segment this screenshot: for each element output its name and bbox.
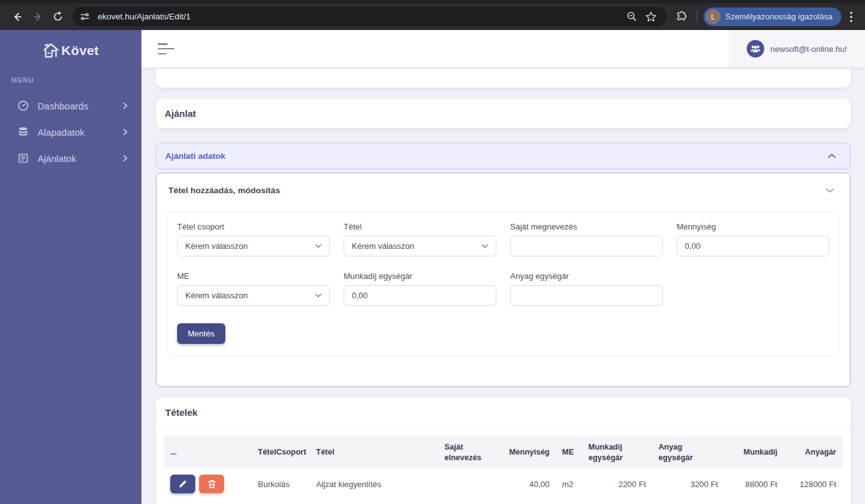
cell-tetel: Aljzat kiegyenlítés <box>310 469 438 499</box>
page-title: Ajánlat <box>165 108 196 119</box>
cell-munkadij-egysegar: 2200 Ft <box>582 469 652 499</box>
accordion-header-ajanlati-adatok[interactable]: Ajánlati adatok <box>156 143 851 169</box>
col-anyag-egysegar: Anyag egységár <box>652 436 724 469</box>
extensions-icon[interactable] <box>672 8 693 26</box>
site-info-icon[interactable] <box>76 9 93 25</box>
pencil-icon <box>178 480 187 488</box>
chevron-right-icon <box>123 128 128 136</box>
chevron-up-icon <box>827 153 841 159</box>
sidebar-item-ajanlatok[interactable]: Ajánlatok <box>0 145 141 171</box>
database-icon <box>18 126 29 138</box>
field-label-anyag-egysegar: Anyag egységár <box>510 271 663 281</box>
item-form: Tétel csoport Kérem válasszon Tétel Kére… <box>167 211 839 356</box>
document-list-icon <box>18 153 29 164</box>
field-label-munkadij-egysegar: Munkadíj egységár <box>344 271 496 281</box>
field-label-tetel-csoport: Tétel csoport <box>177 222 330 231</box>
col-mennyiseg: Mennyiség <box>498 436 556 469</box>
cell-me: m2 <box>556 469 582 499</box>
back-icon[interactable] <box>8 7 28 27</box>
chevron-down-icon[interactable] <box>826 188 839 193</box>
chevron-down-icon <box>481 244 488 248</box>
scrolled-card-edge <box>156 69 851 88</box>
profile-avatar: L <box>706 9 720 24</box>
refresh-icon[interactable] <box>48 7 68 27</box>
me-select[interactable]: Kérem válasszon <box>177 285 330 306</box>
cell-sajat-elnevezes <box>438 469 498 499</box>
field-label-me: ME <box>177 271 330 281</box>
table-header-row: ... TételCsoport Tétel Saját elnevezés M… <box>164 436 842 469</box>
page-content: Ajánlat Ajánlati adatok Tétel hozzáadás,… <box>141 68 865 504</box>
app-header: newsoft@t-online.hu! <box>141 30 865 68</box>
cell-anyagar: 128000 Ft <box>784 469 842 499</box>
sidebar-item-dashboards[interactable]: Dashboards <box>0 93 141 119</box>
items-table-card: Tételek ... TételCsoport Tétel Saját eln… <box>156 397 851 504</box>
save-button[interactable]: Mentés <box>177 323 225 344</box>
col-anyagar: Anyagár <box>784 436 842 469</box>
kebab-menu-icon[interactable] <box>844 8 859 26</box>
url-text[interactable]: ekovet.hu/Ajanlats/Edit/1 <box>98 12 623 21</box>
select-value: Kérem válasszon <box>185 291 248 300</box>
dashboard-gauge-icon <box>18 100 29 111</box>
sajat-megnevezes-input[interactable] <box>510 236 663 256</box>
accordion-body: Tétel hozzáadás, módosítás Tétel csoport… <box>156 173 851 387</box>
field-label-tetel: Tétel <box>344 222 496 231</box>
profile-chip-label: Személyazonosság igazolása <box>725 12 832 21</box>
user-email: newsoft@t-online.hu! <box>770 44 847 54</box>
table-row: Burkolás Aljzat kiegyenlítés 40,00 m2 22… <box>164 469 842 499</box>
cell-anyag-egysegar: 3200 Ft <box>652 469 724 499</box>
col-munkadij: Munkadíj <box>724 436 784 469</box>
col-actions: ... <box>164 436 252 469</box>
col-me: ME <box>556 436 582 469</box>
col-tetelcsoport: TételCsoport <box>252 436 310 469</box>
form-section-title: Tétel hozzáadás, módosítás <box>168 186 280 195</box>
col-sajat-elnevezes: Saját elnevezés <box>438 436 498 469</box>
anyag-egysegar-input[interactable] <box>510 285 663 306</box>
chevron-right-icon <box>123 154 128 162</box>
app-logo[interactable]: Követ <box>0 43 141 59</box>
select-value: Kérem válasszon <box>185 241 248 251</box>
tetel-csoport-select[interactable]: Kérem válasszon <box>177 236 330 256</box>
trash-icon <box>208 480 216 488</box>
col-munkadij-egysegar: Munkadíj egységár <box>582 436 652 469</box>
cell-munkadij: 88000 Ft <box>724 469 784 499</box>
chevron-right-icon <box>123 102 128 109</box>
chevron-down-icon <box>315 293 322 298</box>
menu-toggle-icon[interactable] <box>158 43 175 54</box>
cell-mennyiseg: 40,00 <box>498 469 556 499</box>
mennyiseg-input[interactable] <box>677 236 829 256</box>
edit-row-button[interactable] <box>170 475 195 493</box>
profile-chip[interactable]: L Személyazonosság igazolása <box>704 8 841 26</box>
toolbar-separator <box>697 11 697 23</box>
menu-section-label: MENU <box>11 76 141 84</box>
divider <box>156 427 851 428</box>
delete-row-button[interactable] <box>199 475 224 493</box>
tetel-select[interactable]: Kérem válasszon <box>344 236 496 256</box>
sidebar: Követ MENU Dashboards Alapadatok <box>0 30 141 504</box>
accordion-title: Ajánlati adatok <box>165 151 225 161</box>
chevron-down-icon <box>315 244 322 248</box>
users-avatar-icon <box>747 40 764 58</box>
sidebar-item-alapadatok[interactable]: Alapadatok <box>0 119 141 145</box>
house-logo-icon <box>43 43 59 59</box>
bookmark-star-icon[interactable] <box>642 9 660 25</box>
address-bar[interactable]: ekovet.hu/Ajanlats/Edit/1 <box>73 7 667 26</box>
col-tetel: Tétel <box>310 436 438 469</box>
browser-toolbar: ekovet.hu/Ajanlats/Edit/1 L Személyazono… <box>0 0 865 30</box>
munkadij-egysegar-input[interactable] <box>344 285 496 306</box>
select-value: Kérem válasszon <box>352 241 414 251</box>
forward-icon[interactable] <box>28 7 48 27</box>
sidebar-item-label: Alapadatok <box>38 127 84 138</box>
page-title-card: Ajánlat <box>156 99 851 128</box>
sidebar-item-label: Ajánlatok <box>38 153 76 164</box>
user-menu[interactable]: newsoft@t-online.hu! <box>729 30 865 68</box>
logo-text: Követ <box>61 43 99 58</box>
field-label-sajat-megnevezes: Saját megnevezés <box>510 222 663 231</box>
cell-tetelcsoport: Burkolás <box>252 469 310 499</box>
field-label-mennyiseg: Mennyiség <box>677 222 829 231</box>
zoom-out-icon[interactable] <box>623 9 642 25</box>
items-table: ... TételCsoport Tétel Saját elnevezés M… <box>164 436 842 499</box>
sidebar-item-label: Dashboards <box>38 101 88 111</box>
table-title: Tételek <box>165 407 841 418</box>
